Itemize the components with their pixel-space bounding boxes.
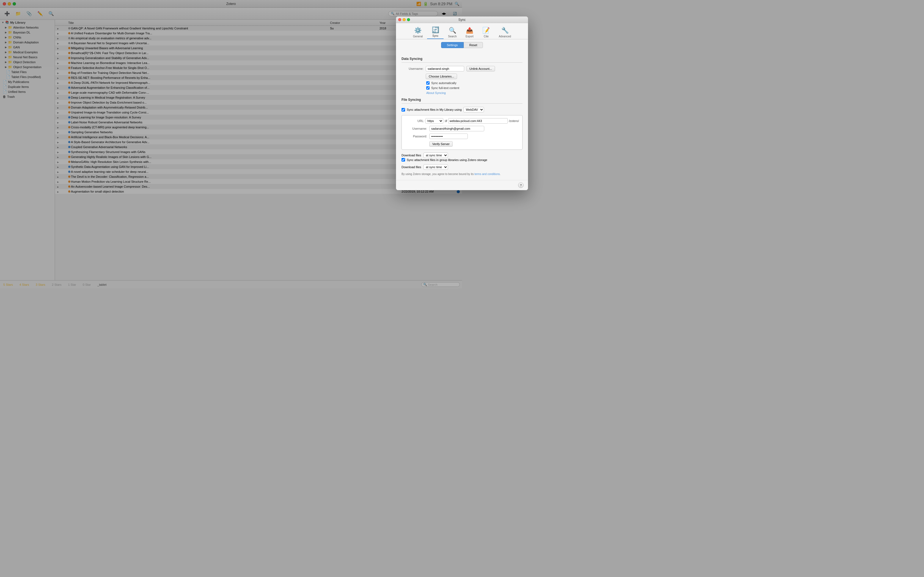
sync-fulltext-checkbox[interactable]: [426, 86, 430, 90]
file-password-row: Password:: [405, 134, 462, 139]
dialog-tab-general[interactable]: ⚙️ General: [409, 26, 427, 39]
url-input[interactable]: [448, 118, 462, 124]
choose-libraries-row: Choose Libraries...: [402, 74, 462, 79]
group-sync-row: Sync attachment files in group libraries…: [402, 158, 462, 161]
dialog-footer: ?: [396, 180, 462, 190]
gear-icon: ⚙️: [414, 27, 422, 34]
dialog-close-button[interactable]: [398, 18, 401, 21]
dialog-toolbar: ⚙️ General 🔄 Sync 🔍 Search 📤 Export 📝 Ci…: [396, 23, 462, 39]
dialog-content: Data Syncing Username: Unlink Account...…: [396, 53, 462, 180]
dialog-tab-export[interactable]: 📤 Export: [461, 26, 462, 39]
file-sync-checkbox[interactable]: [402, 108, 405, 111]
dialog-overlay: Sync ⚙️ General 🔄 Sync 🔍 Search 📤 Export…: [0, 0, 462, 288]
dialog-tab-search-label: Search: [448, 35, 457, 38]
dialog-tab-sync-label: Sync: [432, 34, 438, 37]
username-row: Username: Unlink Account...: [402, 66, 462, 71]
about-sync-row: About Syncing: [402, 91, 462, 95]
file-sync-checkbox-row: Sync attachment files in My Library usin…: [402, 107, 462, 112]
file-username-input[interactable]: [429, 126, 462, 131]
dialog-title-bar: Sync: [396, 16, 462, 23]
url-row: URL: https http :// /zotero/: [405, 118, 462, 124]
settings-tab[interactable]: Settings: [441, 42, 462, 48]
sync-fulltext-row: Sync full-text content: [402, 86, 462, 90]
file-sync-inner: URL: https http :// /zotero/ Username:: [402, 115, 462, 150]
dialog-window-controls: [398, 18, 410, 21]
url-separator: ://: [444, 119, 447, 122]
dialog-settings-tabs: Settings Reset: [402, 42, 462, 48]
data-sync-section-title: Data Syncing: [402, 57, 462, 63]
choose-libraries-button[interactable]: Choose Libraries...: [426, 74, 457, 79]
dialog-max-button[interactable]: [407, 18, 410, 21]
dialog-min-button[interactable]: [402, 18, 405, 21]
sync-auto-row: Sync automatically: [402, 81, 462, 85]
group-sync-checkbox[interactable]: [402, 158, 405, 161]
sync-icon: 🔄: [432, 26, 439, 34]
sync-dialog: Sync ⚙️ General 🔄 Sync 🔍 Search 📤 Export…: [396, 16, 462, 190]
dialog-tab-sync[interactable]: 🔄 Sync: [427, 25, 444, 39]
group-download-label: Download files: [402, 165, 421, 169]
download-select[interactable]: at sync time: [423, 153, 448, 158]
sync-auto-label: Sync automatically: [431, 81, 457, 85]
file-sync-section: File Syncing Sync attachment files in My…: [402, 98, 462, 176]
group-download-select[interactable]: at sync time: [423, 164, 448, 170]
dialog-tab-general-label: General: [413, 35, 423, 38]
url-label: URL:: [405, 119, 424, 122]
sync-auto-checkbox[interactable]: [426, 81, 430, 85]
dialog-title: Sync: [459, 18, 462, 22]
username-label: Username:: [402, 67, 423, 70]
file-sync-label: Sync attachment files in My Library usin…: [407, 108, 462, 111]
group-sync-label: Sync attachment files in group libraries…: [407, 158, 462, 161]
about-syncing-link[interactable]: About Syncing: [426, 91, 446, 95]
download-label: Download files: [402, 153, 421, 157]
username-input[interactable]: [426, 66, 462, 71]
search-icon: 🔍: [449, 27, 456, 34]
file-password-input[interactable]: [429, 134, 462, 139]
file-password-label: Password:: [405, 135, 427, 138]
url-protocol-select[interactable]: https http: [425, 118, 443, 124]
sync-fulltext-label: Sync full-text content: [431, 86, 459, 90]
file-username-row: Username:: [405, 126, 462, 131]
download-row: Download files at sync time: [402, 153, 462, 158]
footer-text: By using Zotero storage, you agree to be…: [402, 172, 462, 176]
dialog-tab-search[interactable]: 🔍 Search: [444, 26, 461, 39]
footer-prefix: By using Zotero storage, you agree to be…: [402, 172, 462, 176]
verify-server-button[interactable]: Verify Server: [429, 141, 453, 147]
file-sync-section-title: File Syncing: [402, 98, 462, 103]
file-username-label: Username:: [405, 127, 427, 130]
group-download-row: Download files at sync time: [402, 164, 462, 170]
